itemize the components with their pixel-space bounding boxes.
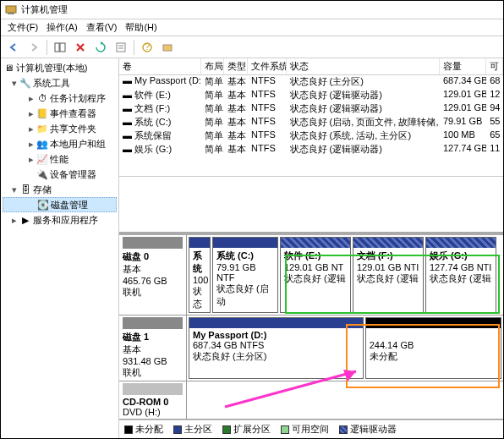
disk-0-vol-1[interactable]: 系统 (C:)79.91 GB NTF状态良好 (启动 <box>212 237 278 313</box>
volume-list-header: 卷 布局 类型 文件系统 状态 容量 可 <box>119 58 503 75</box>
col-filesystem[interactable]: 文件系统 <box>248 58 286 74</box>
expand-icon[interactable]: ▸ <box>26 123 36 134</box>
disk-0-row[interactable]: 磁盘 0 基本 465.76 GB 联机 系统100状态系统 (C:)79.91… <box>119 235 503 316</box>
title-bar: 计算机管理 <box>1 1 503 19</box>
col-volume[interactable]: 卷 <box>119 58 201 74</box>
legend-extended: 扩展分区 <box>222 423 271 436</box>
expand-icon[interactable]: ▸ <box>26 154 36 165</box>
disk-1-unallocated[interactable]: 244.14 GB 未分配 <box>365 317 501 379</box>
disk-0-vol-0[interactable]: 系统100状态 <box>189 237 211 313</box>
expand-icon[interactable]: ▸ <box>26 108 36 119</box>
nav-tree[interactable]: 🖥计算机管理(本地) ▾🔧系统工具 ▸⏱任务计划程序 ▸📒事件查看器 ▸📁共享文… <box>1 58 119 438</box>
forward-button[interactable] <box>25 38 43 57</box>
cdrom-info[interactable]: CD-ROM 0 DVD (H:) <box>119 381 187 419</box>
legend-unallocated: 未分配 <box>124 423 163 436</box>
help-button[interactable]: ? <box>138 38 156 57</box>
separator <box>134 40 134 55</box>
col-free[interactable]: 可 <box>486 58 503 74</box>
disk-1-row[interactable]: 磁盘 1 基本 931.48 GB 联机 My Passport (D:) 68… <box>119 316 503 381</box>
volume-row[interactable]: ▬ 系统保留简单基本NTFS状态良好 (系统, 活动, 主分区)100 MB65 <box>119 129 503 143</box>
svg-text:?: ? <box>145 41 150 52</box>
services-icon: ▶ <box>19 214 31 226</box>
expand-icon[interactable]: ▸ <box>26 93 36 104</box>
col-status[interactable]: 状态 <box>287 58 440 74</box>
computer-icon: 🖥 <box>3 62 14 74</box>
legend-primary: 主分区 <box>173 423 212 436</box>
volume-list[interactable]: ▬ My Passport (D:)简单基本NTFS状态良好 (主分区)687.… <box>119 75 503 177</box>
disk-0-vol-2[interactable]: 软件 (E:)129.01 GB NT状态良好 (逻辑 <box>280 237 351 313</box>
legend-free: 可用空间 <box>281 423 329 436</box>
col-capacity[interactable]: 容量 <box>440 58 486 74</box>
action-button[interactable] <box>158 38 177 57</box>
tree-performance[interactable]: ▸📈性能 <box>3 151 117 167</box>
expand-icon[interactable]: ▸ <box>9 215 19 226</box>
window-title: 计算机管理 <box>21 3 68 16</box>
disk-0-vol-3[interactable]: 文档 (F:)129.01 GB NTI状态良好 (逻辑 <box>353 237 424 313</box>
tree-system-tools[interactable]: ▾🔧系统工具 <box>3 75 117 91</box>
svg-rect-4 <box>117 43 125 52</box>
clock-icon: ⏱ <box>36 92 48 104</box>
folder-icon: 📁 <box>36 123 48 134</box>
tree-storage[interactable]: ▾🗄存储 <box>3 182 117 197</box>
disk-0-info[interactable]: 磁盘 0 基本 465.76 GB 联机 <box>119 235 187 315</box>
log-icon: 📒 <box>36 107 48 119</box>
legend: 未分配 主分区 扩展分区 可用空间 逻辑驱动器 <box>119 420 503 438</box>
tree-device-manager[interactable]: 🔌设备管理器 <box>3 167 117 182</box>
menu-view[interactable]: 查看(V) <box>83 19 121 36</box>
disk-1-vol-0[interactable]: My Passport (D:) 687.34 GB NTFS 状态良好 (主分… <box>189 317 364 379</box>
svg-rect-9 <box>163 45 172 51</box>
legend-logical: 逻辑驱动器 <box>339 423 397 436</box>
svg-rect-0 <box>6 6 16 13</box>
back-button[interactable] <box>4 38 23 57</box>
tree-disk-management[interactable]: 💽磁盘管理 <box>3 197 117 212</box>
device-icon: 🔌 <box>36 168 48 180</box>
collapse-icon[interactable]: ▾ <box>9 184 19 195</box>
tree-task-scheduler[interactable]: ▸⏱任务计划程序 <box>3 91 117 106</box>
svg-rect-3 <box>60 43 65 52</box>
tree-root[interactable]: 🖥计算机管理(本地) <box>3 60 117 75</box>
collapse-icon[interactable]: ▾ <box>9 78 19 89</box>
disk-1-info[interactable]: 磁盘 1 基本 931.48 GB 联机 <box>119 316 187 381</box>
disk-graphical-view: 磁盘 0 基本 465.76 GB 联机 系统100状态系统 (C:)79.91… <box>119 232 503 438</box>
storage-icon: 🗄 <box>19 184 31 195</box>
disk-icon: 💽 <box>37 199 49 211</box>
toolbar: ? <box>1 36 503 58</box>
menu-help[interactable]: 帮助(H) <box>122 19 160 36</box>
col-layout[interactable]: 布局 <box>201 58 225 74</box>
volume-row[interactable]: ▬ My Passport (D:)简单基本NTFS状态良好 (主分区)687.… <box>119 75 503 89</box>
expand-icon[interactable]: ▸ <box>26 139 36 150</box>
svg-rect-2 <box>55 43 59 52</box>
volume-row[interactable]: ▬ 软件 (E:)简单基本NTFS状态良好 (逻辑驱动器)129.01 GB12 <box>119 89 503 102</box>
menu-action[interactable]: 操作(A) <box>43 19 81 36</box>
perf-icon: 📈 <box>36 153 48 165</box>
app-icon <box>4 3 18 17</box>
menu-bar: 文件(F) 操作(A) 查看(V) 帮助(H) <box>1 19 503 36</box>
tools-icon: 🔧 <box>19 77 31 89</box>
tree-services-apps[interactable]: ▸▶服务和应用程序 <box>3 212 117 228</box>
volume-row[interactable]: ▬ 系统 (C:)简单基本NTFS状态良好 (启动, 页面文件, 故障转储, 主… <box>119 116 503 129</box>
refresh-button[interactable] <box>91 38 110 57</box>
cdrom-row[interactable]: CD-ROM 0 DVD (H:) <box>119 381 503 420</box>
menu-file[interactable]: 文件(F) <box>4 19 41 36</box>
volume-row[interactable]: ▬ 文档 (F:)简单基本NTFS状态良好 (逻辑驱动器)129.01 GB94 <box>119 102 503 116</box>
separator <box>47 40 47 55</box>
users-icon: 👥 <box>36 138 48 150</box>
properties-button[interactable] <box>112 38 130 57</box>
disk-0-vol-4[interactable]: 娱乐 (G:)127.74 GB NTI状态良好 (逻辑 <box>425 237 496 313</box>
tree-local-users[interactable]: ▸👥本地用户和组 <box>3 136 117 151</box>
col-type[interactable]: 类型 <box>224 58 248 74</box>
tree-shared-folders[interactable]: ▸📁共享文件夹 <box>3 121 117 136</box>
volume-row[interactable]: ▬ 娱乐 (G:)简单基本NTFS状态良好 (逻辑驱动器)127.74 GB11 <box>119 143 503 156</box>
delete-button[interactable] <box>71 38 90 57</box>
tree-event-viewer[interactable]: ▸📒事件查看器 <box>3 106 117 121</box>
svg-rect-1 <box>8 13 14 14</box>
show-hide-tree-button[interactable] <box>51 38 69 57</box>
